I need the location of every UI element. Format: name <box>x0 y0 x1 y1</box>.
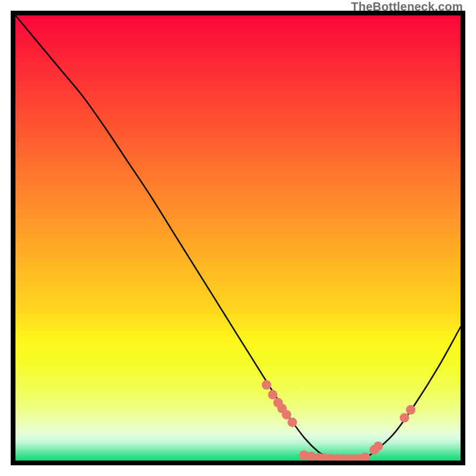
data-marker <box>268 390 277 399</box>
data-marker <box>262 380 271 390</box>
data-marker <box>374 441 383 451</box>
data-markers <box>262 380 415 461</box>
data-marker <box>361 453 370 461</box>
data-marker <box>282 410 292 419</box>
data-marker <box>406 405 415 415</box>
chart-svg <box>15 15 461 461</box>
chart-plot-area <box>15 15 461 461</box>
bottleneck-curve <box>15 15 461 460</box>
chart-frame <box>11 11 465 465</box>
data-marker <box>287 418 297 427</box>
data-marker <box>400 413 409 422</box>
